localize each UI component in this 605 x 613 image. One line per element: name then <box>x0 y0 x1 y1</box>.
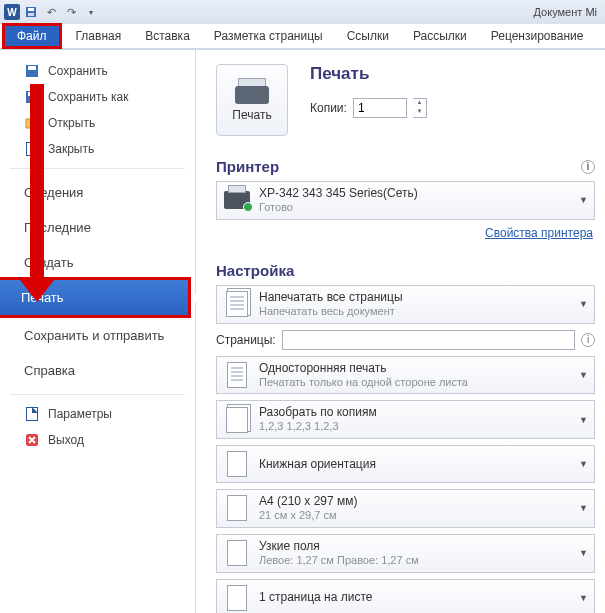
qat-save-button[interactable] <box>22 3 40 21</box>
chevron-down-icon: ▼ <box>579 593 588 603</box>
dd-title: Узкие поля <box>259 539 571 554</box>
printer-dropdown[interactable]: XP-342 343 345 Series(Сеть) Готово ▼ <box>216 181 595 220</box>
tab-pagelayout[interactable]: Разметка страницы <box>202 24 335 48</box>
sidebar-item-help[interactable]: Справка <box>0 353 195 388</box>
print-panel: Печать Печать Копии: ▲▼ Принтер i XP-342… <box>196 50 605 613</box>
sidebar-item-label: Сохранить как <box>48 90 128 104</box>
chevron-down-icon: ▼ <box>579 548 588 558</box>
print-button[interactable]: Печать <box>216 64 288 136</box>
setting-print-range[interactable]: Напечатать все страницы Напечатать весь … <box>216 285 595 324</box>
printer-name: XP-342 343 345 Series(Сеть) <box>259 186 571 201</box>
sidebar-item-options[interactable]: Параметры <box>0 401 195 427</box>
sidebar-item-saveas[interactable]: Сохранить как <box>0 84 195 110</box>
chevron-down-icon: ▼ <box>579 299 588 309</box>
setting-pages-per-sheet[interactable]: 1 страница на листе ▼ <box>216 579 595 614</box>
copies-label: Копии: <box>310 101 347 115</box>
settings-heading: Настройка <box>216 262 294 279</box>
dd-title: Односторонняя печать <box>259 361 571 376</box>
sidebar-item-label: Сведения <box>24 185 83 200</box>
ribbon-tabs: Файл Главная Вставка Разметка страницы С… <box>0 24 605 50</box>
dd-sub: 21 см x 29,7 см <box>259 509 571 523</box>
chevron-down-icon: ▼ <box>579 415 588 425</box>
page-icon <box>223 584 251 612</box>
tab-mailings[interactable]: Рассылки <box>401 24 479 48</box>
sidebar-divider <box>10 168 185 169</box>
chevron-down-icon: ▼ <box>579 459 588 469</box>
copies-input[interactable] <box>353 98 407 118</box>
dd-sub: Печатать только на одной стороне листа <box>259 376 571 390</box>
pages-label: Страницы: <box>216 333 276 347</box>
svg-rect-1 <box>28 8 34 11</box>
tab-references[interactable]: Ссылки <box>335 24 401 48</box>
dd-sub: Напечатать весь документ <box>259 305 571 319</box>
backstage-sidebar: Сохранить Сохранить как Открыть Закрыть … <box>0 50 196 613</box>
setting-orientation[interactable]: Книжная ориентация ▼ <box>216 445 595 483</box>
sidebar-item-label: Печать <box>21 290 64 305</box>
sidebar-item-label: Сохранить и отправить <box>24 328 164 343</box>
pages-input[interactable] <box>282 330 575 350</box>
sidebar-item-open[interactable]: Открыть <box>0 110 195 136</box>
setting-margins[interactable]: Узкие поля Левое: 1,27 см Правое: 1,27 с… <box>216 534 595 573</box>
sidebar-item-label: Создать <box>24 255 73 270</box>
sidebar-item-close[interactable]: Закрыть <box>0 136 195 162</box>
qat-undo-button[interactable]: ↶ <box>42 3 60 21</box>
sidebar-item-share[interactable]: Сохранить и отправить <box>0 318 195 353</box>
printer-status-icon <box>223 186 251 214</box>
sidebar-item-label: Закрыть <box>48 142 94 156</box>
info-icon[interactable]: i <box>581 333 595 347</box>
sidebar-item-new[interactable]: Создать <box>0 245 195 280</box>
copies-spinner[interactable]: ▲▼ <box>413 98 427 118</box>
page-icon <box>223 361 251 389</box>
dd-title: Книжная ориентация <box>259 457 571 472</box>
setting-paper-size[interactable]: A4 (210 x 297 мм) 21 см x 29,7 см ▼ <box>216 489 595 528</box>
word-app-icon: W <box>4 4 20 20</box>
save-as-icon <box>24 89 40 105</box>
quick-access-toolbar: W ↶ ↷ ▾ <box>4 3 100 21</box>
sidebar-item-label: Параметры <box>48 407 112 421</box>
print-button-label: Печать <box>232 108 271 122</box>
sidebar-item-label: Справка <box>24 363 75 378</box>
chevron-down-icon: ▼ <box>579 503 588 513</box>
close-icon <box>24 141 40 157</box>
margins-icon <box>223 539 251 567</box>
qat-customize-button[interactable]: ▾ <box>82 3 100 21</box>
svg-rect-6 <box>28 92 36 96</box>
svg-rect-4 <box>28 66 36 70</box>
chevron-down-icon: ▼ <box>579 195 588 205</box>
tab-review[interactable]: Рецензирование <box>479 24 596 48</box>
printer-status: Готово <box>259 201 571 215</box>
sidebar-item-label: Выход <box>48 433 84 447</box>
portrait-icon <box>223 450 251 478</box>
open-icon <box>24 115 40 131</box>
sidebar-item-info[interactable]: Сведения <box>0 175 195 210</box>
pages-icon <box>223 290 251 318</box>
paper-icon <box>223 494 251 522</box>
info-icon[interactable]: i <box>581 160 595 174</box>
dd-title: A4 (210 x 297 мм) <box>259 494 571 509</box>
exit-icon <box>24 432 40 448</box>
svg-rect-2 <box>28 13 34 16</box>
dd-sub: 1,2,3 1,2,3 1,2,3 <box>259 420 571 434</box>
title-bar: W ↶ ↷ ▾ Документ Mi <box>0 0 605 24</box>
sidebar-item-recent[interactable]: Последние <box>0 210 195 245</box>
sidebar-item-label: Сохранить <box>48 64 108 78</box>
printer-heading: Принтер <box>216 158 279 175</box>
dd-title: Разобрать по копиям <box>259 405 571 420</box>
dd-title: Напечатать все страницы <box>259 290 571 305</box>
document-title: Документ Mi <box>534 6 597 18</box>
setting-collate[interactable]: Разобрать по копиям 1,2,3 1,2,3 1,2,3 ▼ <box>216 400 595 439</box>
tab-insert[interactable]: Вставка <box>133 24 202 48</box>
sidebar-item-print[interactable]: Печать <box>0 277 191 318</box>
printer-icon <box>235 78 269 104</box>
sidebar-item-exit[interactable]: Выход <box>0 427 195 453</box>
sidebar-item-label: Последние <box>24 220 91 235</box>
dd-sub: Левое: 1,27 см Правое: 1,27 см <box>259 554 571 568</box>
sidebar-divider <box>10 394 185 395</box>
print-heading: Печать <box>310 64 427 84</box>
printer-properties-link[interactable]: Свойства принтера <box>485 226 593 240</box>
tab-home[interactable]: Главная <box>64 24 134 48</box>
sidebar-item-save[interactable]: Сохранить <box>0 58 195 84</box>
setting-duplex[interactable]: Односторонняя печать Печатать только на … <box>216 356 595 395</box>
tab-file[interactable]: Файл <box>2 23 62 49</box>
qat-redo-button[interactable]: ↷ <box>62 3 80 21</box>
